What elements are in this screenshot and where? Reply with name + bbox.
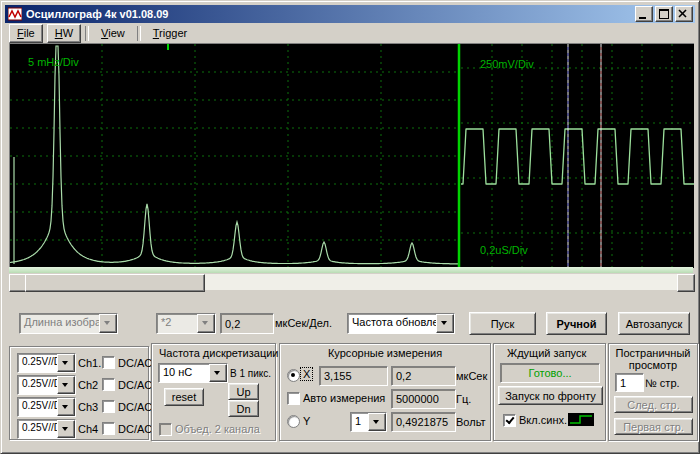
dropdown-button[interactable] [57, 376, 75, 394]
frequency-unit-label: Гц. [456, 393, 471, 405]
chevron-down-icon [373, 420, 379, 427]
ch1-scale-combobox[interactable]: 0.25V//D [17, 353, 76, 373]
x-delta-field[interactable]: 0,2 [391, 366, 456, 386]
chevron-down-icon [62, 427, 68, 434]
ch1-label: Ch1. [78, 357, 101, 369]
image-length-combobox[interactable]: Длинна изображен [19, 313, 118, 334]
menu-trigger[interactable]: Trigger [145, 27, 195, 39]
sampling-panel: Частота дискретизации 10 нС В 1 пикс. Up… [151, 343, 276, 441]
scope-canvas[interactable] [10, 44, 694, 268]
dropdown-button[interactable] [57, 420, 75, 438]
ch2-scale-combobox[interactable]: 0.25V//D [17, 375, 76, 395]
title-bar[interactable]: Осциллограф 4к v01.08.09 [5, 5, 695, 23]
y-cursor-radio[interactable] [287, 415, 300, 428]
edge-trigger-button[interactable]: Запуск по фронту [498, 386, 603, 405]
paging-title-line1: Постраничный [609, 347, 697, 359]
menu-hw[interactable]: HW [47, 24, 81, 43]
scrollbar-thumb[interactable] [25, 274, 205, 292]
trigger-status-value: Готово... [528, 367, 571, 379]
dropdown-button[interactable] [57, 398, 75, 416]
menu-view[interactable]: View [93, 27, 133, 39]
x-delta-value: 0,2 [396, 370, 411, 382]
x-cursor-label[interactable]: X [301, 368, 312, 380]
y-cursor-label: Y [303, 415, 310, 427]
dropdown-button[interactable] [197, 314, 215, 333]
update-rate-value: Частота обновлени [348, 314, 436, 333]
ch2-coupling-checkbox[interactable] [102, 378, 115, 391]
maximize-button[interactable] [655, 6, 673, 22]
ch3-scale-value: 0.25V//D [18, 398, 57, 416]
frequency-value: 5000000 [396, 393, 439, 405]
ch4-coupling-checkbox[interactable] [102, 422, 115, 435]
sampling-rate-value: 10 нС [159, 364, 209, 382]
voltage-value: 0,4921875 [396, 416, 448, 428]
image-length-value: Длинна изображен [20, 314, 99, 333]
dropdown-button[interactable] [436, 314, 454, 333]
merge-channels-label: Объед. 2 канала [175, 423, 260, 435]
x-value: 3,155 [324, 370, 352, 382]
chevron-down-icon [441, 321, 447, 328]
ch3-coupling-checkbox[interactable] [102, 400, 115, 413]
chevron-down-icon [202, 321, 208, 328]
ch4-scale-value: 0.25V//D [18, 420, 57, 438]
y-channel-combobox[interactable]: 1 [350, 412, 387, 432]
window-title: Осциллограф 4к v01.08.09 [26, 8, 168, 20]
dropdown-button[interactable] [57, 354, 75, 372]
auto-measure-checkbox[interactable] [287, 392, 300, 405]
chevron-down-icon [214, 371, 220, 378]
close-button[interactable] [675, 6, 693, 22]
page-number-input[interactable]: 1 [615, 373, 644, 392]
chevron-down-icon [62, 383, 68, 390]
ch3-scale-combobox[interactable]: 0.25V//D [17, 397, 76, 417]
menu-file[interactable]: File [9, 24, 43, 43]
dropdown-button[interactable] [209, 364, 227, 382]
minimize-button[interactable] [635, 6, 653, 22]
scroll-right-button[interactable] [677, 274, 695, 292]
sync-enable-label: Вкл.синх. [519, 414, 567, 426]
update-rate-combobox[interactable]: Частота обновлени [347, 313, 455, 334]
cursor-panel-title: Курсорные измерения [280, 347, 490, 359]
time-per-div-field[interactable]: 0,2 [220, 313, 274, 334]
scope-display[interactable]: 5 mHz/Div 250mV/Div 0,2uS/Div [9, 43, 694, 268]
ch2-scale-value: 0.25V//D [18, 376, 57, 394]
chevron-down-icon [62, 361, 68, 368]
sync-enable-checkbox[interactable] [503, 414, 516, 427]
sample-up-button[interactable]: Up [228, 383, 259, 400]
menu-bar: File HW View Trigger [5, 24, 695, 42]
sync-edge-icon[interactable] [568, 413, 594, 426]
time-per-div-value: 0,2 [225, 318, 240, 330]
paging-panel: Постраничный просмотр 1 № стр. След. стр… [608, 343, 698, 441]
trigger-status-field: Готово... [500, 363, 600, 383]
x-cursor-radio[interactable] [287, 369, 300, 382]
ch1-scale-value: 0.25V//D [18, 354, 57, 372]
ch4-scale-combobox[interactable]: 0.25V//D [17, 419, 76, 439]
start-button[interactable]: Пуск [469, 312, 536, 335]
next-page-button[interactable]: След. стр. [614, 396, 693, 413]
channels-panel: 0.25V//D Ch1. DC/AC 0.25V//D Ch2 DC/AC 0… [9, 346, 149, 440]
voltage-field[interactable]: 0,4921875 [391, 412, 456, 432]
auto-measure-label: Авто измерения [303, 392, 385, 404]
time-per-div-unit-label: мкСек/Дел. [275, 317, 332, 329]
dropdown-button[interactable] [99, 314, 117, 333]
sampling-rate-combobox[interactable]: 10 нС [158, 363, 228, 383]
first-page-button[interactable]: Первая стр. [614, 418, 693, 435]
manual-button[interactable]: Ручной [546, 312, 607, 335]
autostart-button[interactable]: Автозапуск [618, 312, 690, 335]
horizontal-scrollbar[interactable] [9, 274, 693, 290]
dropdown-button[interactable] [368, 413, 386, 431]
ch1-coupling-checkbox[interactable] [102, 356, 115, 369]
multiplier-value: *2 [157, 314, 197, 333]
cursor-measurements-panel: Курсорные измерения X 3,155 0,2 мкСек Ав… [279, 343, 491, 441]
y-channel-value: 1 [351, 413, 368, 431]
frequency-field[interactable]: 5000000 [391, 389, 456, 409]
arrow-left-icon [13, 279, 21, 287]
time-per-div-label: 0,2uS/Div [480, 244, 528, 256]
multiplier-combobox[interactable]: *2 [156, 313, 216, 334]
x-value-field[interactable]: 3,155 [319, 366, 388, 386]
reset-button[interactable]: reset [164, 388, 204, 406]
minimize-icon [639, 17, 646, 19]
menu-separator [85, 26, 89, 41]
merge-channels-checkbox[interactable] [159, 423, 172, 436]
maximize-icon [659, 9, 669, 19]
sample-down-button[interactable]: Dn [228, 400, 259, 417]
